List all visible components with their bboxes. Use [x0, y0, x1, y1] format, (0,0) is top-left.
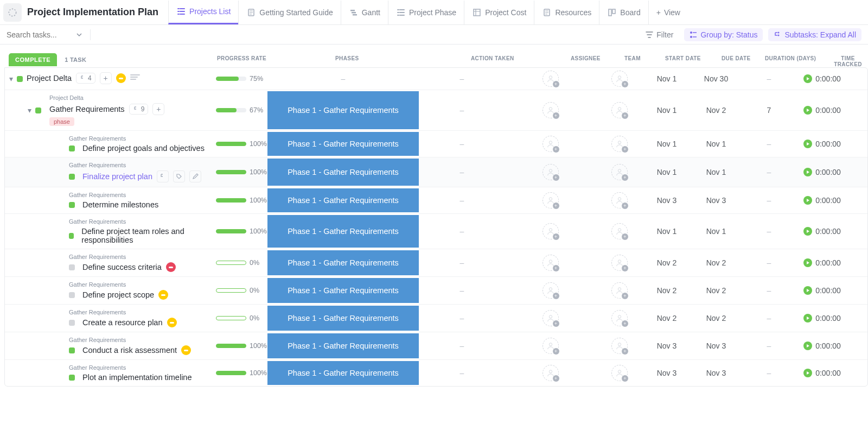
phase-cell[interactable]: Phase 1 - Gather Requirements: [267, 214, 419, 249]
progress-cell[interactable]: 100%: [214, 332, 267, 359]
action-cell[interactable]: –: [419, 249, 505, 276]
task-row[interactable]: Gather Requirements Determine milestones…: [5, 187, 867, 213]
chevron-down-icon[interactable]: [76, 31, 82, 38]
assignee-cell[interactable]: +: [505, 249, 596, 276]
description-icon[interactable]: [130, 74, 140, 82]
time-tracked-cell[interactable]: 0:00:00: [796, 332, 848, 359]
task-row[interactable]: Gather Requirements Conduct a risk asses…: [5, 332, 867, 359]
start-date-cell[interactable]: Nov 1: [643, 157, 690, 187]
action-cell[interactable]: –: [419, 68, 505, 90]
duration-cell[interactable]: –: [742, 131, 796, 157]
duration-cell[interactable]: –: [742, 332, 796, 359]
phase-cell[interactable]: Phase 1 - Gather Requirements: [267, 249, 419, 276]
add-subtask-button[interactable]: +: [152, 103, 164, 115]
task-name[interactable]: Gather Requirements: [49, 105, 125, 113]
duration-cell[interactable]: –: [742, 214, 796, 249]
status-square[interactable]: [69, 264, 75, 270]
time-tracked-cell[interactable]: 0:00:00: [796, 277, 848, 304]
team-cell[interactable]: +: [596, 332, 643, 359]
priority-yellow-icon[interactable]: [167, 318, 177, 327]
play-icon[interactable]: [803, 369, 812, 377]
progress-cell[interactable]: 100%: [214, 360, 267, 386]
collapse-caret-icon[interactable]: ▾: [7, 74, 15, 83]
action-cell[interactable]: –: [419, 214, 505, 249]
due-date-cell[interactable]: Nov 3: [690, 187, 742, 213]
due-date-cell[interactable]: Nov 3: [690, 360, 742, 386]
task-row[interactable]: Gather Requirements Create a resource pl…: [5, 304, 867, 332]
col-action[interactable]: ACTION TAKEN: [471, 55, 514, 61]
search-input[interactable]: [7, 30, 72, 39]
col-start[interactable]: START DATE: [665, 55, 701, 61]
status-square[interactable]: [69, 375, 75, 381]
col-team[interactable]: TEAM: [624, 55, 641, 61]
due-date-cell[interactable]: Nov 30: [690, 68, 742, 90]
due-date-cell[interactable]: Nov 2: [690, 90, 742, 130]
tab-projects-list[interactable]: Projects List: [168, 1, 238, 24]
tab-getting-started[interactable]: Getting Started Guide: [238, 1, 340, 24]
status-square[interactable]: [69, 233, 74, 239]
assignee-avatar[interactable]: +: [611, 310, 628, 326]
status-square[interactable]: [69, 292, 75, 298]
action-cell[interactable]: –: [419, 131, 505, 157]
duration-cell[interactable]: –: [742, 277, 796, 304]
assignee-cell[interactable]: +: [505, 90, 596, 130]
start-date-cell[interactable]: Nov 2: [643, 277, 690, 304]
start-date-cell[interactable]: Nov 1: [643, 90, 690, 130]
task-name[interactable]: Determine milestones: [82, 200, 158, 209]
time-tracked-cell[interactable]: 0:00:00: [796, 360, 848, 386]
priority-red-icon[interactable]: [166, 262, 176, 272]
time-tracked-cell[interactable]: 0:00:00: [796, 68, 848, 90]
edit-button[interactable]: [189, 170, 201, 182]
progress-cell[interactable]: 100%: [214, 131, 267, 157]
team-cell[interactable]: +: [596, 360, 643, 386]
task-row[interactable]: ▾ Project Delta Gather Requirements9+ ph…: [5, 90, 867, 130]
priority-yellow-icon[interactable]: [116, 73, 126, 83]
assignee-avatar[interactable]: +: [611, 365, 628, 381]
play-icon[interactable]: [803, 196, 812, 205]
start-date-cell[interactable]: Nov 3: [643, 187, 690, 213]
status-square[interactable]: [69, 320, 75, 326]
subtasks-button[interactable]: Subtasks: Expand All: [768, 28, 861, 41]
status-square[interactable]: [69, 202, 75, 208]
phase-cell[interactable]: Phase 1 - Gather Requirements: [267, 187, 419, 213]
task-row[interactable]: Gather Requirements Plot an implementati…: [5, 359, 867, 386]
col-assignee[interactable]: ASSIGNEE: [571, 55, 601, 61]
progress-cell[interactable]: 100%: [214, 187, 267, 213]
time-tracked-cell[interactable]: 0:00:00: [796, 214, 848, 249]
action-cell[interactable]: –: [419, 332, 505, 359]
task-name[interactable]: Project Delta: [27, 74, 72, 83]
task-name[interactable]: Finalize project plan: [82, 172, 152, 181]
team-cell[interactable]: +: [596, 249, 643, 276]
assignee-avatar[interactable]: +: [542, 102, 559, 118]
due-date-cell[interactable]: Nov 3: [690, 332, 742, 359]
assignee-avatar[interactable]: +: [542, 164, 559, 180]
col-time[interactable]: TIME TRACKED: [828, 55, 868, 67]
status-square[interactable]: [69, 347, 75, 353]
progress-cell[interactable]: 100%: [214, 214, 267, 249]
progress-cell[interactable]: 0%: [214, 277, 267, 304]
assignee-cell[interactable]: +: [505, 68, 596, 90]
task-name[interactable]: Plot an implementation timeline: [82, 373, 192, 382]
time-tracked-cell[interactable]: 0:00:00: [796, 249, 848, 276]
phase-cell[interactable]: Phase 1 - Gather Requirements: [267, 90, 419, 130]
play-icon[interactable]: [803, 74, 812, 83]
action-cell[interactable]: –: [419, 157, 505, 187]
team-cell[interactable]: +: [596, 214, 643, 249]
play-icon[interactable]: [803, 342, 812, 350]
start-date-cell[interactable]: Nov 1: [643, 214, 690, 249]
assignee-avatar[interactable]: +: [542, 192, 559, 208]
team-cell[interactable]: +: [596, 131, 643, 157]
assignee-avatar[interactable]: +: [542, 255, 559, 271]
start-date-cell[interactable]: Nov 3: [643, 360, 690, 386]
play-icon[interactable]: [803, 286, 812, 295]
assignee-avatar[interactable]: +: [611, 192, 628, 208]
phase-cell[interactable]: Phase 1 - Gather Requirements: [267, 332, 419, 359]
time-tracked-cell[interactable]: 0:00:00: [796, 305, 848, 332]
assignee-avatar[interactable]: +: [611, 164, 628, 180]
assignee-avatar[interactable]: +: [542, 71, 559, 87]
phase-cell[interactable]: Phase 1 - Gather Requirements: [267, 131, 419, 157]
task-name[interactable]: Define success criteria: [82, 263, 162, 271]
team-cell[interactable]: +: [596, 277, 643, 304]
subtask-count-badge[interactable]: 9: [129, 104, 149, 115]
duration-cell[interactable]: –: [742, 305, 796, 332]
